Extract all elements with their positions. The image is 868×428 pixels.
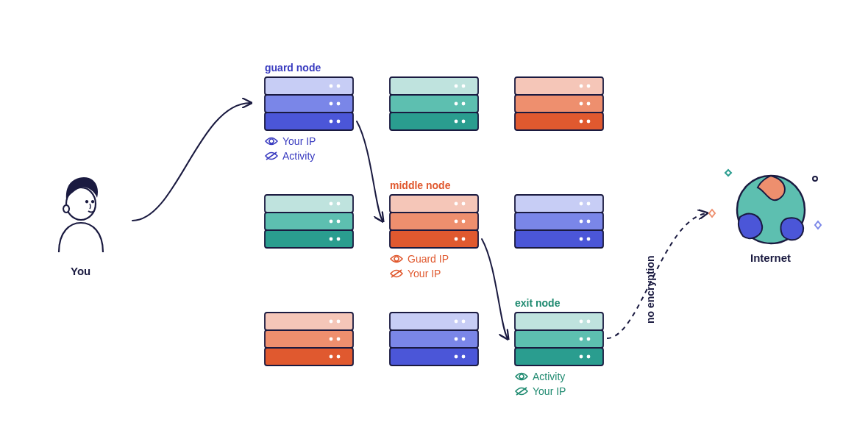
server-led-icon bbox=[337, 238, 341, 241]
server-led-icon bbox=[330, 238, 333, 241]
server-led-icon bbox=[462, 355, 466, 359]
eye-icon bbox=[390, 254, 403, 264]
internet-globe bbox=[709, 170, 821, 243]
you-illustration bbox=[59, 177, 103, 252]
server-led-icon bbox=[580, 338, 583, 341]
server-led-icon bbox=[580, 102, 583, 106]
server-led-icon bbox=[330, 338, 333, 341]
server-led-icon bbox=[580, 238, 583, 241]
server-led-icon bbox=[462, 320, 466, 324]
server-led-icon bbox=[330, 220, 333, 224]
server-led-icon bbox=[455, 102, 458, 106]
server-led-icon bbox=[580, 85, 583, 88]
server-led-icon bbox=[337, 355, 341, 359]
server-led-icon bbox=[587, 85, 591, 88]
server-led-icon bbox=[462, 202, 466, 206]
server-led-icon bbox=[587, 338, 591, 341]
server-led-icon bbox=[337, 102, 341, 106]
server-led-icon bbox=[330, 320, 333, 324]
server-led-icon bbox=[455, 220, 458, 224]
server-led-icon bbox=[587, 320, 591, 324]
server-led-icon bbox=[455, 238, 458, 241]
server-led-icon bbox=[330, 355, 333, 359]
guard-hidden-row: Activity bbox=[265, 150, 315, 162]
exit-node-title: exit node bbox=[515, 297, 560, 309]
server-led-icon bbox=[337, 220, 341, 224]
server-led-icon bbox=[580, 202, 583, 206]
middle-visible-text: Guard IP bbox=[408, 253, 449, 265]
server-led-icon bbox=[455, 120, 458, 124]
you-label: You bbox=[71, 265, 90, 277]
no-encryption-arrow bbox=[607, 213, 706, 338]
eye-slash-icon bbox=[515, 386, 528, 396]
internet-label: Internet bbox=[750, 252, 791, 264]
middle-hidden-row: Your IP bbox=[390, 268, 441, 279]
exit-hidden-text: Your IP bbox=[533, 385, 566, 397]
exit-visible-text: Activity bbox=[533, 371, 565, 382]
middle-node-title: middle node bbox=[390, 179, 450, 191]
server-led-icon bbox=[455, 355, 458, 359]
server-led-icon bbox=[587, 355, 591, 359]
middle-hidden-text: Your IP bbox=[408, 268, 441, 279]
exit-visible-row: Activity bbox=[515, 371, 565, 382]
guard-node-title: guard node bbox=[265, 62, 321, 74]
server-led-icon bbox=[337, 202, 341, 206]
eye-icon bbox=[515, 371, 528, 382]
server-led-icon bbox=[462, 338, 466, 341]
server-led-icon bbox=[330, 120, 333, 124]
middle-visible-row: Guard IP bbox=[390, 253, 449, 265]
server-led-icon bbox=[462, 238, 466, 241]
svg-point-2 bbox=[813, 176, 817, 181]
server-led-icon bbox=[330, 202, 333, 206]
server-led-icon bbox=[330, 102, 333, 106]
server-led-icon bbox=[337, 85, 341, 88]
eye-slash-icon bbox=[390, 268, 403, 279]
server-led-icon bbox=[455, 338, 458, 341]
eye-slash-icon bbox=[265, 151, 278, 161]
server-led-icon bbox=[580, 320, 583, 324]
server-led-icon bbox=[462, 120, 466, 124]
server-led-icon bbox=[455, 202, 458, 206]
server-led-icon bbox=[580, 220, 583, 224]
server-led-icon bbox=[337, 120, 341, 124]
server-led-icon bbox=[337, 338, 341, 341]
server-led-icon bbox=[587, 102, 591, 106]
server-led-icon bbox=[455, 85, 458, 88]
server-led-icon bbox=[587, 238, 591, 241]
server-led-icon bbox=[337, 320, 341, 324]
exit-hidden-row: Your IP bbox=[515, 385, 566, 397]
server-led-icon bbox=[462, 220, 466, 224]
no-encryption-label: no encryption bbox=[644, 255, 656, 324]
server-led-icon bbox=[587, 120, 591, 124]
server-led-icon bbox=[455, 320, 458, 324]
relay-grid bbox=[265, 77, 603, 365]
guard-visible-text: Your IP bbox=[282, 135, 316, 147]
server-led-icon bbox=[580, 120, 583, 124]
eye-icon bbox=[265, 136, 278, 146]
server-led-icon bbox=[587, 220, 591, 224]
server-led-icon bbox=[462, 102, 466, 106]
guard-visible-row: Your IP bbox=[265, 135, 316, 147]
server-led-icon bbox=[330, 85, 333, 88]
server-led-icon bbox=[462, 85, 466, 88]
guard-hidden-text: Activity bbox=[282, 150, 315, 162]
server-led-icon bbox=[580, 355, 583, 359]
server-led-icon bbox=[587, 202, 591, 206]
